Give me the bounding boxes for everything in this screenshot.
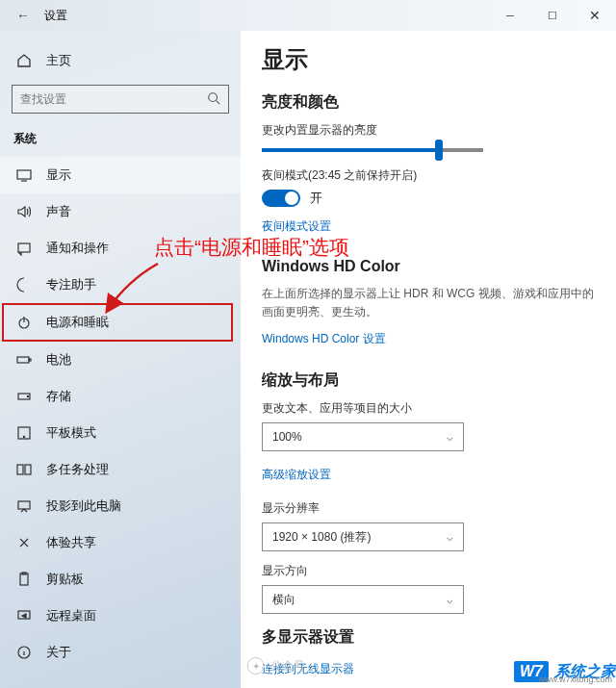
watermark-sub: www.w7xitong.com (538, 675, 612, 684)
svg-rect-4 (17, 357, 29, 363)
clipboard-icon (15, 571, 33, 588)
multimonitor-heading: 多显示器设置 (262, 627, 597, 648)
sidebar-item-label: 通知和操作 (46, 240, 109, 257)
battery-icon (15, 351, 33, 369)
sidebar-item-storage[interactable]: 存储 (0, 378, 241, 415)
brightness-label: 更改内置显示器的亮度 (262, 122, 597, 139)
tablet-icon (15, 424, 33, 442)
sidebar-item-label: 电源和睡眠 (46, 314, 109, 331)
home-label: 主页 (46, 52, 71, 69)
night-mode-link[interactable]: 夜间模式设置 (262, 218, 331, 235)
night-mode-label: 夜间模式(23:45 之前保持开启) (262, 167, 597, 184)
sidebar-item-notifications[interactable]: 通知和操作 (0, 230, 241, 267)
search-box[interactable] (12, 85, 229, 114)
scale-select[interactable]: 100% ⌵ (262, 422, 464, 451)
svg-rect-10 (17, 465, 23, 474)
sidebar-item-label: 存储 (46, 388, 71, 405)
titlebar: ← 设置 ─ ☐ ✕ (0, 0, 616, 31)
search-input[interactable] (13, 92, 199, 106)
about-icon (15, 644, 33, 661)
sidebar-item-shared[interactable]: 体验共享 (0, 524, 241, 561)
resolution-value: 1920 × 1080 (推荐) (272, 529, 371, 546)
brightness-heading: 亮度和颜色 (262, 92, 597, 113)
home-icon (15, 52, 33, 69)
sidebar-item-label: 体验共享 (46, 534, 96, 551)
brightness-slider[interactable] (262, 148, 483, 152)
sidebar-item-battery[interactable]: 电池 (0, 342, 241, 378)
sidebar-item-project[interactable]: 投影到此电脑 (0, 488, 241, 524)
wechat-icon: ✦ (247, 657, 265, 675)
chevron-down-icon: ⌵ (447, 431, 453, 444)
scale-value: 100% (272, 430, 302, 444)
svg-rect-1 (17, 170, 31, 179)
search-icon (199, 91, 228, 108)
shared-icon (15, 534, 33, 551)
focus-icon (15, 276, 33, 293)
svg-rect-2 (18, 243, 30, 252)
orientation-select[interactable]: 横向 ⌵ (262, 585, 464, 614)
orientation-value: 横向 (272, 592, 295, 608)
sidebar-section: 系统 (0, 127, 241, 157)
sidebar-item-power[interactable]: 电源和睡眠 (2, 303, 233, 342)
svg-point-0 (209, 92, 218, 101)
advanced-scale-link[interactable]: 高级缩放设置 (262, 467, 331, 483)
sidebar-item-label: 平板模式 (46, 424, 96, 442)
sidebar-item-display[interactable]: 显示 (0, 157, 241, 193)
night-mode-toggle[interactable] (262, 190, 300, 207)
window-title: 设置 (44, 8, 67, 24)
maximize-button[interactable]: ☐ (531, 0, 574, 31)
minimize-button[interactable]: ─ (489, 0, 531, 31)
sidebar-item-label: 剪贴板 (46, 571, 84, 588)
page-title: 显示 (262, 44, 597, 75)
home-button[interactable]: 主页 (0, 42, 241, 79)
back-button[interactable]: ← (12, 8, 35, 23)
resolution-label: 显示分辨率 (262, 500, 597, 517)
storage-icon (15, 388, 33, 405)
resolution-select[interactable]: 1920 × 1080 (推荐) ⌵ (262, 522, 464, 551)
svg-point-9 (23, 436, 24, 437)
sidebar-item-multitask[interactable]: 多任务处理 (0, 451, 241, 488)
sidebar-item-focus[interactable]: 专注助手 (0, 267, 241, 303)
sidebar-item-clipboard[interactable]: 剪贴板 (0, 561, 241, 598)
sidebar-item-label: 多任务处理 (46, 461, 109, 478)
sidebar-item-tablet[interactable]: 平板模式 (0, 415, 241, 451)
chevron-down-icon: ⌵ (447, 531, 453, 544)
sidebar-item-sound[interactable]: 声音 (0, 193, 241, 230)
sidebar-item-label: 显示 (46, 166, 71, 184)
sidebar-item-about[interactable]: 关于 (0, 634, 241, 671)
sidebar-item-label: 关于 (46, 644, 71, 661)
svg-rect-5 (29, 359, 31, 361)
display-icon (15, 166, 33, 184)
content-pane: 显示 亮度和颜色 更改内置显示器的亮度 夜间模式(23:45 之前保持开启) 开… (241, 31, 616, 688)
sidebar-item-label: 电池 (46, 351, 71, 369)
sidebar-item-remote[interactable]: 远程桌面 (0, 598, 241, 634)
sidebar-item-label: 远程桌面 (46, 607, 96, 624)
scale-heading: 缩放与布局 (262, 370, 597, 391)
watermark-right: W7 系统之家 www.w7xitong.com (514, 661, 616, 682)
sidebar-item-label: 投影到此电脑 (46, 497, 121, 515)
hdcolor-desc: 在上面所选择的显示器上让 HDR 和 WCG 视频、游戏和应用中的画面更明亮、更… (262, 285, 597, 321)
watermark-center-text: 公众号： (270, 658, 317, 675)
close-button[interactable]: ✕ (574, 0, 616, 31)
sound-icon (15, 203, 33, 220)
chevron-down-icon: ⌵ (447, 594, 453, 606)
svg-rect-13 (20, 573, 28, 585)
multitask-icon (15, 461, 33, 478)
sidebar: 主页 系统 显示 声音 通知和操作 (0, 31, 241, 688)
remote-icon (15, 607, 33, 624)
watermark-center: ✦ 公众号： (247, 657, 317, 675)
power-icon (15, 314, 33, 331)
hdcolor-heading: Windows HD Color (262, 258, 597, 275)
svg-rect-11 (25, 465, 31, 474)
svg-rect-12 (18, 501, 30, 509)
scale-size-label: 更改文本、应用等项目的大小 (262, 400, 597, 417)
notifications-icon (15, 240, 33, 257)
sidebar-item-label: 专注助手 (46, 276, 96, 293)
project-icon (15, 497, 33, 515)
sidebar-item-label: 声音 (46, 203, 71, 220)
hdcolor-link[interactable]: Windows HD Color 设置 (262, 331, 386, 347)
night-mode-state: 开 (310, 190, 322, 207)
svg-point-7 (27, 395, 28, 396)
orientation-label: 显示方向 (262, 563, 597, 579)
